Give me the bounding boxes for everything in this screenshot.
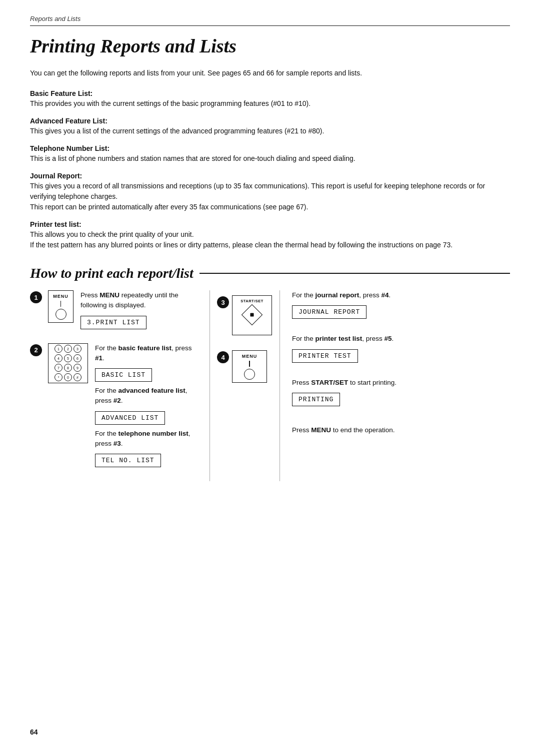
advanced-list-text: For the advanced feature list, press #2. — [95, 386, 200, 406]
step-4-number: 4 — [217, 351, 229, 363]
key-9: 9 — [74, 364, 82, 372]
journal-display: JOURNAL REPORT — [292, 305, 366, 319]
center-column: 3 START/SET 4 MENU — [210, 290, 280, 481]
menu-device-line-4 — [249, 361, 250, 367]
keypad-row-2: 4 5 6 — [54, 354, 82, 362]
step-4-device-row: 4 MENU — [217, 350, 272, 384]
printer-display: PRINTER TEST — [292, 349, 358, 363]
keypad-row-4: * 0 # — [54, 373, 82, 381]
intro-text: You can get the following reports and li… — [30, 68, 510, 78]
key-3: 3 — [74, 345, 82, 353]
step-1-row: 1 MENU Press MENU repeatedly until the f… — [30, 290, 200, 333]
tel-list-display: TEL NO. LIST — [95, 454, 161, 467]
key-4: 4 — [54, 354, 62, 362]
journal-report-section: Journal Report: This gives you a record … — [30, 172, 510, 212]
printer-instruction: For the printer test list, press #5. — [292, 334, 510, 344]
basic-list-text: For the basic feature list, press #1. — [95, 343, 200, 364]
key-6: 6 — [74, 354, 82, 362]
menu-device-label-1: MENU — [53, 294, 68, 299]
key-0: 0 — [64, 373, 72, 381]
top-divider — [30, 25, 510, 26]
menu-end-instruction: Press MENU to end the operation. — [292, 425, 510, 435]
key-star: * — [54, 373, 62, 381]
page-title: Printing Reports and Lists — [30, 35, 510, 57]
journal-report-body: This gives you a record of all transmiss… — [30, 181, 510, 212]
diamond-fill-icon — [248, 311, 256, 318]
key-7: 7 — [54, 364, 62, 372]
breadcrumb: Reports and Lists — [30, 15, 510, 22]
printer-test-heading: Printer test list: — [30, 220, 510, 228]
printer-test-body: This allows you to check the print quali… — [30, 229, 510, 250]
journal-right-section: For the journal report, press #4. JOURNA… — [292, 290, 510, 323]
menu-device-circle-1 — [56, 309, 66, 320]
keypad-device: 1 2 3 4 5 6 7 8 9 — [48, 343, 88, 383]
left-column: 1 MENU Press MENU repeatedly until the f… — [30, 290, 210, 481]
keypad-row-3: 7 8 9 — [54, 364, 82, 372]
diamond-icon — [242, 304, 262, 325]
keypad-row-1: 1 2 3 — [54, 345, 82, 353]
printing-display: PRINTING — [292, 393, 340, 406]
right-column: For the journal report, press #4. JOURNA… — [280, 290, 510, 481]
menu-end-section: Press MENU to end the operation. — [292, 425, 510, 435]
advanced-feature-section: Advanced Feature List: This gives you a … — [30, 117, 510, 136]
how-to-title: How to print each report/list — [30, 265, 510, 281]
menu-device-4: MENU — [232, 350, 267, 383]
step-3-device-row: 3 START/SET — [217, 295, 272, 335]
key-1: 1 — [54, 345, 62, 353]
startset-label: START/SET — [240, 299, 264, 303]
advanced-feature-body: This gives you a list of the current set… — [30, 126, 510, 136]
basic-feature-section: Basic Feature List: This provides you wi… — [30, 89, 510, 109]
journal-instruction: For the journal report, press #4. — [292, 290, 510, 300]
journal-report-heading: Journal Report: — [30, 172, 510, 180]
printer-right-section: For the printer test list, press #5. PRI… — [292, 334, 510, 366]
page-number: 64 — [30, 728, 38, 736]
step-2-number: 2 — [30, 344, 42, 356]
telephone-number-heading: Telephone Number List: — [30, 144, 510, 152]
key-2: 2 — [64, 345, 72, 353]
telephone-list-text: For the telephone number list, press #3. — [95, 429, 200, 449]
step-1-display: 3.PRINT LIST — [80, 316, 146, 329]
printer-test-section: Printer test list: This allows you to ch… — [30, 220, 510, 250]
telephone-number-section: Telephone Number List: This is a list of… — [30, 144, 510, 164]
step-3-number: 3 — [217, 296, 229, 308]
step-2-row: 2 1 2 3 4 5 6 — [30, 343, 200, 472]
key-5: 5 — [64, 354, 72, 362]
menu-device-label-4: MENU — [242, 354, 258, 359]
basic-list-display: BASIC LIST — [95, 368, 152, 382]
advanced-list-display: ADVANCED LIST — [95, 411, 165, 425]
startset-instruction: Press START/SET to start printing. — [292, 378, 510, 388]
basic-feature-heading: Basic Feature List: — [30, 89, 510, 97]
step-1-instruction: Press MENU repeatedly until the followin… — [80, 290, 200, 311]
printing-right-section: Press START/SET to start printing. PRINT… — [292, 378, 510, 410]
key-hash: # — [74, 373, 82, 381]
step-1-number: 1 — [30, 291, 42, 303]
telephone-number-body: This is a list of phone numbers and stat… — [30, 153, 510, 164]
menu-device-1: MENU — [48, 290, 74, 323]
key-8: 8 — [64, 364, 72, 372]
advanced-feature-heading: Advanced Feature List: — [30, 117, 510, 125]
startset-device: START/SET — [232, 295, 272, 335]
menu-device-line-1 — [60, 301, 62, 307]
menu-device-circle-4 — [244, 369, 255, 380]
basic-feature-body: This provides you with the current setti… — [30, 98, 510, 109]
